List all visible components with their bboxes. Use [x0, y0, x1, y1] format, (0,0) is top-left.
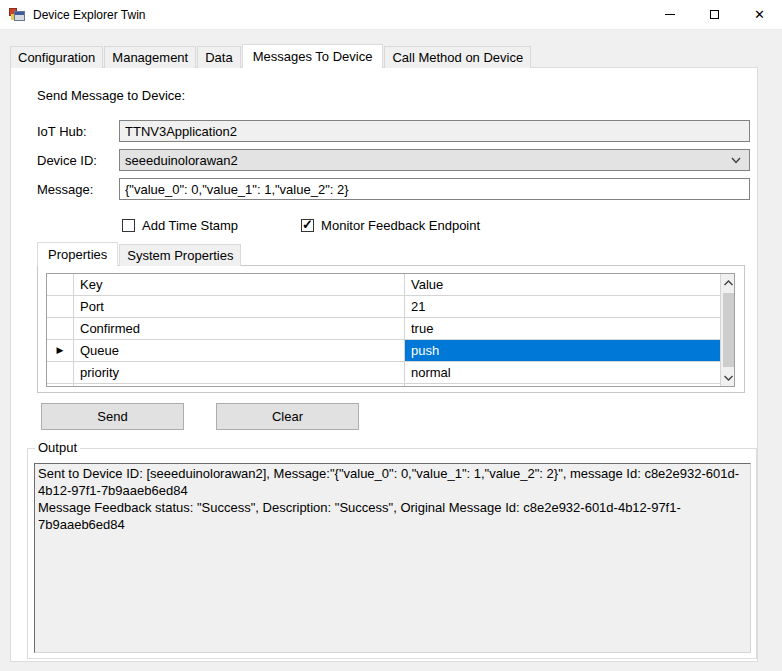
- device-id-label: Device ID:: [37, 153, 97, 168]
- section-title: Send Message to Device:: [37, 88, 185, 103]
- message-input[interactable]: [119, 178, 750, 200]
- messages-to-device-page: Send Message to Device: IoT Hub: Device …: [10, 67, 758, 662]
- grid-corner-cell: [47, 274, 74, 295]
- key-cell: [74, 384, 405, 387]
- scrollbar-thumb[interactable]: [723, 293, 735, 367]
- grid-header-row: Key Value: [47, 274, 720, 296]
- main-tabstrip: Configuration Management Data Messages T…: [10, 44, 532, 68]
- row-indicator-cell: [47, 318, 74, 339]
- row-indicator-cell: [47, 362, 74, 383]
- checkbox-unchecked-icon: [122, 219, 135, 232]
- minimize-icon: [665, 14, 675, 15]
- window-title: Device Explorer Twin: [33, 8, 146, 22]
- tab-label: Properties: [48, 247, 107, 262]
- iot-hub-input[interactable]: [119, 120, 750, 142]
- table-row[interactable]: priority normal: [47, 362, 720, 384]
- output-groupbox: Output Sent to Device ID: [seeeduinolora…: [27, 448, 757, 659]
- device-id-value: seeeduinolorawan2: [125, 153, 238, 168]
- tab-label: Configuration: [18, 50, 95, 65]
- tab-label: Data: [205, 50, 232, 65]
- tab-label: Messages To Device: [253, 49, 373, 64]
- check-mark-icon: ✓: [302, 217, 313, 232]
- tab-label: Call Method on Device: [392, 50, 523, 65]
- minimize-button[interactable]: [647, 0, 692, 30]
- table-row-empty: [47, 384, 720, 387]
- close-icon: ✕: [754, 8, 765, 21]
- output-label: Output: [35, 440, 80, 455]
- maximize-button[interactable]: [692, 0, 737, 30]
- title-bar: Device Explorer Twin ✕: [0, 0, 782, 30]
- table-row[interactable]: Port 21: [47, 296, 720, 318]
- app-icon: [9, 7, 25, 23]
- tab-configuration[interactable]: Configuration: [10, 46, 103, 68]
- column-header-value[interactable]: Value: [405, 274, 720, 295]
- current-row-arrow-icon: ▶: [57, 346, 64, 355]
- key-cell[interactable]: Queue: [74, 340, 405, 361]
- table-row[interactable]: Confirmed true: [47, 318, 720, 340]
- maximize-icon: [710, 10, 719, 19]
- table-row-selected[interactable]: ▶ Queue push: [47, 340, 720, 362]
- tab-management[interactable]: Management: [104, 46, 196, 68]
- add-time-stamp-checkbox[interactable]: Add Time Stamp: [122, 218, 238, 233]
- scroll-down-icon[interactable]: [721, 369, 736, 386]
- chevron-down-icon: [731, 157, 741, 164]
- row-indicator-cell: [47, 296, 74, 317]
- device-id-combobox[interactable]: seeeduinolorawan2: [119, 149, 750, 171]
- value-cell[interactable]: normal: [405, 362, 720, 383]
- value-cell[interactable]: true: [405, 318, 720, 339]
- tab-call-method-on-device[interactable]: Call Method on Device: [384, 46, 531, 68]
- close-button[interactable]: ✕: [737, 0, 782, 30]
- tab-system-properties[interactable]: System Properties: [119, 244, 241, 266]
- tab-label: System Properties: [127, 248, 233, 263]
- send-button[interactable]: Send: [41, 403, 184, 430]
- iot-hub-label: IoT Hub:: [37, 124, 87, 139]
- clear-button[interactable]: Clear: [216, 403, 359, 430]
- checkbox-row: Add Time Stamp ✓ Monitor Feedback Endpoi…: [122, 218, 480, 233]
- row-indicator-cell: ▶: [47, 340, 74, 361]
- output-textbox[interactable]: Sent to Device ID: [seeeduinolorawan2], …: [34, 463, 751, 653]
- key-cell[interactable]: Confirmed: [74, 318, 405, 339]
- tab-properties[interactable]: Properties: [37, 242, 118, 266]
- monitor-feedback-endpoint-label: Monitor Feedback Endpoint: [321, 218, 480, 233]
- value-cell[interactable]: 21: [405, 296, 720, 317]
- row-indicator-cell: [47, 384, 74, 387]
- grid-scrollbar[interactable]: [720, 274, 735, 386]
- key-cell[interactable]: priority: [74, 362, 405, 383]
- checkbox-checked-icon: ✓: [301, 219, 314, 232]
- tab-data[interactable]: Data: [197, 46, 240, 68]
- key-cell[interactable]: Port: [74, 296, 405, 317]
- value-cell-selected[interactable]: push: [405, 340, 720, 361]
- monitor-feedback-endpoint-checkbox[interactable]: ✓ Monitor Feedback Endpoint: [301, 218, 480, 233]
- properties-page: Key Value Port 21 Confirmed true ▶ Queue…: [37, 265, 745, 393]
- column-header-key[interactable]: Key: [74, 274, 405, 295]
- value-cell: [405, 384, 720, 387]
- message-label: Message:: [37, 182, 93, 197]
- add-time-stamp-label: Add Time Stamp: [142, 218, 238, 233]
- properties-tabstrip: Properties System Properties: [37, 242, 242, 266]
- tab-label: Management: [112, 50, 188, 65]
- scroll-up-icon[interactable]: [721, 274, 736, 291]
- tab-messages-to-device[interactable]: Messages To Device: [242, 44, 384, 68]
- properties-grid: Key Value Port 21 Confirmed true ▶ Queue…: [46, 273, 735, 387]
